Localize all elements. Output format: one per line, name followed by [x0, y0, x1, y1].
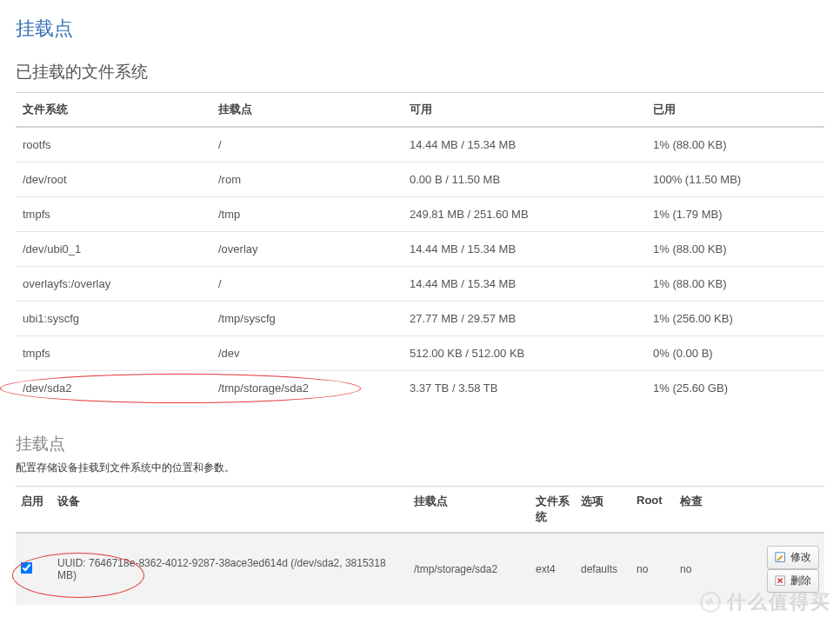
cell-mount: /	[211, 127, 403, 163]
cell-device: UUID: 7646718e-8362-4012-9287-38ace3ed61…	[52, 533, 409, 605]
edit-icon	[775, 552, 787, 564]
table-row: ubi1:syscfg/tmp/syscfg27.77 MB / 29.57 M…	[16, 302, 824, 336]
cell-fs: /dev/sda2	[16, 371, 211, 406]
cell-used: 1% (25.60 GB)	[646, 371, 824, 406]
col-check-header: 检查	[675, 487, 711, 534]
col-enable-header: 启用	[16, 487, 52, 534]
cell-options: defaults	[576, 533, 631, 605]
cell-used: 1% (88.00 KB)	[646, 232, 824, 267]
edit-button[interactable]: 修改	[767, 546, 819, 569]
cell-fs: ubi1:syscfg	[16, 302, 211, 336]
cell-mount: /rom	[211, 163, 403, 197]
table-row: tmpfs/dev512.00 KB / 512.00 KB0% (0.00 B…	[16, 336, 824, 371]
cell-avail: 14.44 MB / 15.34 MB	[403, 267, 646, 302]
table-row: UUID: 7646718e-8362-4012-9287-38ace3ed61…	[16, 533, 824, 605]
cell-fs: /dev/root	[16, 163, 211, 197]
cell-avail: 14.44 MB / 15.34 MB	[403, 232, 646, 267]
cell-avail: 0.00 B / 11.50 MB	[403, 163, 646, 197]
cell-mount: /	[211, 267, 403, 302]
cell-avail: 3.37 TB / 3.58 TB	[403, 371, 646, 406]
cell-fs: tmpfs	[16, 197, 211, 232]
mounted-fs-table: 文件系统 挂载点 可用 已用 rootfs/14.44 MB / 15.34 M…	[16, 92, 824, 405]
col-avail-header: 可用	[403, 93, 646, 128]
col-mount-header: 挂载点	[211, 93, 403, 128]
cell-fs: /dev/ubi0_1	[16, 232, 211, 267]
mounted-fs-heading: 已挂载的文件系统	[16, 61, 824, 83]
col-fs2-header: 文件系统	[530, 487, 576, 534]
page-title: 挂载点	[16, 16, 824, 42]
cell-avail: 249.81 MB / 251.60 MB	[403, 197, 646, 232]
table-row: /dev/sda2/tmp/storage/sda23.37 TB / 3.58…	[16, 371, 824, 406]
cell-used: 1% (88.00 KB)	[646, 127, 824, 163]
col-mount2-header: 挂载点	[409, 487, 530, 534]
cell-used: 0% (0.00 B)	[646, 336, 824, 371]
cell-fs: tmpfs	[16, 336, 211, 371]
cell-avail: 27.77 MB / 29.57 MB	[403, 302, 646, 336]
cell-mount: /tmp/storage/sda2	[409, 533, 530, 605]
table-row: rootfs/14.44 MB / 15.34 MB1% (88.00 KB)	[16, 127, 824, 163]
delete-button-label: 删除	[790, 574, 811, 588]
col-fs-header: 文件系统	[16, 93, 211, 128]
cell-mount: /tmp	[211, 197, 403, 232]
cell-mount: /tmp/syscfg	[211, 302, 403, 336]
cell-check: no	[675, 533, 711, 605]
cell-used: 1% (1.79 MB)	[646, 197, 824, 232]
cell-mount: /dev	[211, 336, 403, 371]
cell-fs: overlayfs:/overlay	[16, 267, 211, 302]
delete-icon	[775, 575, 787, 587]
cell-root: no	[631, 533, 675, 605]
table-row: /dev/root/rom0.00 B / 11.50 MB100% (11.5…	[16, 163, 824, 197]
cell-mount: /overlay	[211, 232, 403, 267]
enable-checkbox[interactable]	[21, 562, 33, 574]
mountpoints-desc: 配置存储设备挂载到文件系统中的位置和参数。	[16, 461, 824, 475]
table-row: overlayfs:/overlay/14.44 MB / 15.34 MB1%…	[16, 267, 824, 302]
mountpoints-heading: 挂载点	[16, 433, 824, 455]
col-options-header: 选项	[576, 487, 631, 534]
cell-fs: ext4	[530, 533, 576, 605]
cell-used: 1% (88.00 KB)	[646, 267, 824, 302]
delete-button[interactable]: 删除	[767, 569, 819, 593]
mountpoints-table: 启用 设备 挂载点 文件系统 选项 Root 检查 UUID: 7646718e…	[16, 486, 824, 605]
col-root-header: Root	[631, 487, 675, 534]
edit-button-label: 修改	[790, 550, 811, 565]
cell-mount: /tmp/storage/sda2	[211, 371, 403, 406]
table-row: tmpfs/tmp249.81 MB / 251.60 MB1% (1.79 M…	[16, 197, 824, 232]
col-used-header: 已用	[646, 93, 824, 128]
cell-used: 1% (256.00 KB)	[646, 302, 824, 336]
cell-avail: 14.44 MB / 15.34 MB	[403, 127, 646, 163]
cell-fs: rootfs	[16, 127, 211, 163]
table-row: /dev/ubi0_1/overlay14.44 MB / 15.34 MB1%…	[16, 232, 824, 267]
cell-avail: 512.00 KB / 512.00 KB	[403, 336, 646, 371]
col-device-header: 设备	[52, 487, 409, 534]
cell-used: 100% (11.50 MB)	[646, 163, 824, 197]
